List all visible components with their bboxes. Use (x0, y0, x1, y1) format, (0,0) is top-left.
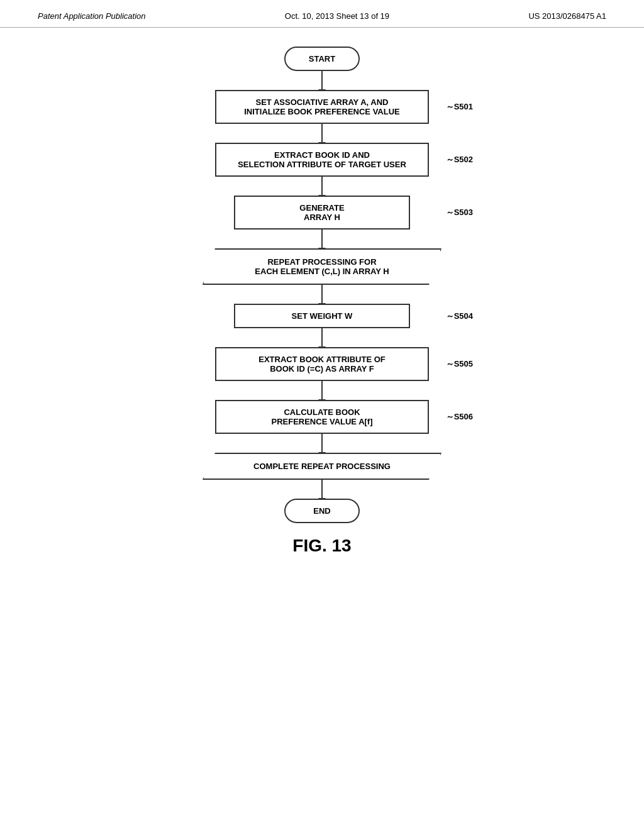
arrow-5 (321, 285, 323, 304)
s501-box: SET ASSOCIATIVE ARRAY A, ANDINITIALIZE B… (215, 90, 429, 124)
page-header: Patent Application Publication Oct. 10, … (0, 0, 644, 28)
s504-label: ～S504 (446, 311, 473, 322)
s502-box: EXTRACT BOOK ID ANDSELECTION ATTRIBUTE O… (215, 143, 429, 177)
start-node-row: START (165, 47, 479, 71)
s506-row: CALCULATE BOOKPREFERENCE VALUE A[f] ～S50… (165, 400, 479, 434)
s506-label: ～S506 (446, 411, 473, 423)
repeat-start-row: REPEAT PROCESSING FOREACH ELEMENT (C,L) … (165, 248, 479, 285)
s502-row: EXTRACT BOOK ID ANDSELECTION ATTRIBUTE O… (165, 143, 479, 177)
arrow-9 (321, 480, 323, 499)
repeat-end-box: COMPLETE REPEAT PROCESSING (203, 453, 441, 480)
s502-label: ～S502 (446, 154, 473, 165)
s504-box: SET WEIGHT W (234, 304, 410, 328)
header-left: Patent Application Publication (38, 11, 146, 21)
s503-box: GENERATEARRAY H (234, 196, 410, 230)
end-node: END (284, 499, 360, 523)
s505-label: ～S505 (446, 358, 473, 370)
start-node: START (284, 47, 360, 71)
arrow-1 (321, 71, 323, 90)
s505-box: EXTRACT BOOK ATTRIBUTE OFBOOK ID (=C) AS… (215, 347, 429, 381)
s503-row: GENERATEARRAY H ～S503 (165, 196, 479, 230)
repeat-start-box: REPEAT PROCESSING FOREACH ELEMENT (C,L) … (203, 248, 441, 285)
s505-row: EXTRACT BOOK ATTRIBUTE OFBOOK ID (=C) AS… (165, 347, 479, 381)
arrow-6 (321, 328, 323, 347)
arrow-3 (321, 177, 323, 196)
arrow-8 (321, 434, 323, 453)
flowchart-diagram: START SET ASSOCIATIVE ARRAY A, ANDINITIA… (0, 28, 644, 568)
fig-caption: FIG. 13 (292, 536, 351, 556)
header-center: Oct. 10, 2013 Sheet 13 of 19 (285, 11, 389, 21)
s501-row: SET ASSOCIATIVE ARRAY A, ANDINITIALIZE B… (165, 90, 479, 124)
arrow-7 (321, 381, 323, 400)
arrow-4 (321, 230, 323, 248)
s501-label: ～S501 (446, 101, 473, 113)
s503-label: ～S503 (446, 207, 473, 218)
header-right: US 2013/0268475 A1 (528, 11, 606, 21)
repeat-end-row: COMPLETE REPEAT PROCESSING (165, 453, 479, 480)
end-node-row: END (165, 499, 479, 523)
s504-row: SET WEIGHT W ～S504 (165, 304, 479, 328)
arrow-2 (321, 124, 323, 143)
s506-box: CALCULATE BOOKPREFERENCE VALUE A[f] (215, 400, 429, 434)
